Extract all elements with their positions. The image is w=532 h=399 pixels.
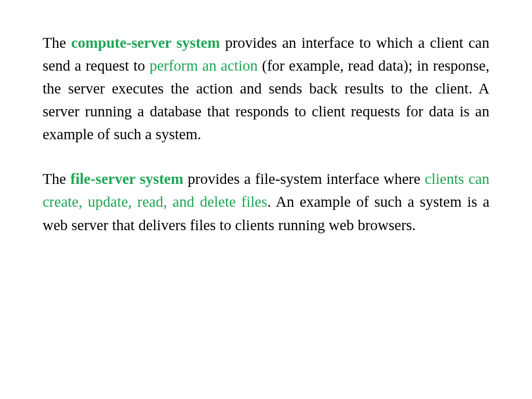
paragraph-compute-server: The compute-server system provides an in… — [43, 31, 489, 145]
paragraph-file-server: The file-server system provides a file-s… — [43, 167, 489, 236]
text-segment: The — [43, 170, 71, 187]
text-segment: The — [43, 34, 71, 51]
term-file-server-system: file-server system — [71, 170, 183, 187]
term-compute-server-system: compute-server system — [71, 34, 220, 51]
text-segment: provides a file-system interface where — [183, 170, 425, 187]
phrase-perform-an-action: perform an action — [150, 57, 258, 74]
